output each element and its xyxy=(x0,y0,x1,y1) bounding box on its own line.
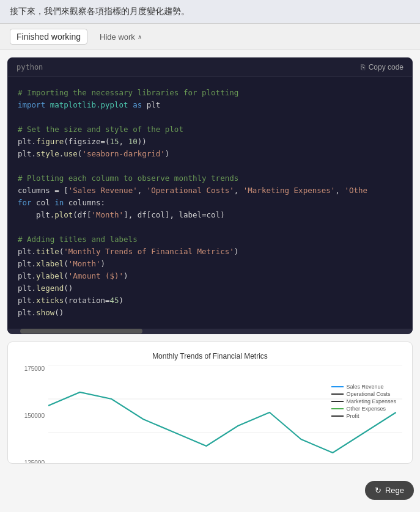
code-line-1: # Importing the necessary libraries for … xyxy=(18,88,238,97)
copy-code-button[interactable]: ⎘ Copy code xyxy=(361,63,403,71)
legend-item-profit: Profit xyxy=(331,413,396,419)
legend-item-other: Other Expenses xyxy=(331,406,396,412)
code-scrollbar-thumb[interactable] xyxy=(20,329,142,334)
code-language-label: python xyxy=(17,63,43,71)
legend-item-operational-costs: Operational Costs xyxy=(331,391,396,397)
chart-y-axis: 175000 150000 125000 xyxy=(18,365,48,464)
hide-work-label: Hide work xyxy=(100,32,135,42)
chart-title: Monthly Trends of Financial Metrics xyxy=(18,352,402,360)
legend-item-sales-revenue: Sales Revenue xyxy=(331,384,396,390)
code-header: python ⎘ Copy code xyxy=(8,58,412,77)
legend-color-profit xyxy=(331,415,344,417)
chart-area: 175000 150000 125000 Sales Revenue xyxy=(18,365,402,464)
code-scrollbar-track[interactable] xyxy=(8,329,412,334)
top-banner: 接下來，我們來觀察各項指標的月度變化趨勢。 xyxy=(0,0,420,24)
copy-label: Copy code xyxy=(369,63,403,71)
legend-label-marketing: Marketing Expenses xyxy=(346,398,396,404)
legend-color-ops xyxy=(331,393,344,395)
chart-plot: Sales Revenue Operational Costs Marketin… xyxy=(48,365,402,464)
legend-label-profit: Profit xyxy=(346,413,359,419)
regenerate-button[interactable]: ↻ Rege xyxy=(365,481,414,500)
code-block: python ⎘ Copy code # Importing the neces… xyxy=(7,57,413,334)
legend-color-sales xyxy=(331,386,344,387)
regen-label: Rege xyxy=(385,486,404,495)
legend-label-ops: Operational Costs xyxy=(346,391,390,397)
chevron-up-icon: ∧ xyxy=(138,34,142,40)
finished-badge: Finished working xyxy=(10,29,87,45)
y-label-125000: 125000 xyxy=(24,459,45,464)
y-label-175000: 175000 xyxy=(24,365,45,372)
y-label-150000: 150000 xyxy=(24,412,45,419)
legend-label-sales: Sales Revenue xyxy=(346,384,383,390)
copy-icon: ⎘ xyxy=(361,63,365,71)
legend-label-other: Other Expenses xyxy=(346,406,386,412)
status-bar: Finished working Hide work ∧ xyxy=(0,24,420,50)
banner-text: 接下來，我們來觀察各項指標的月度變化趨勢。 xyxy=(10,6,190,16)
code-body: # Importing the necessary libraries for … xyxy=(8,77,412,329)
finished-working-label: Finished working xyxy=(10,29,87,45)
legend-color-marketing xyxy=(331,401,344,402)
chart-legend: Sales Revenue Operational Costs Marketin… xyxy=(331,384,396,420)
legend-item-marketing: Marketing Expenses xyxy=(331,398,396,404)
regen-icon: ↻ xyxy=(375,486,381,495)
hide-work-button[interactable]: Hide work ∧ xyxy=(95,30,147,44)
legend-color-other xyxy=(331,408,344,409)
chart-container: Monthly Trends of Financial Metrics 1750… xyxy=(7,342,413,464)
